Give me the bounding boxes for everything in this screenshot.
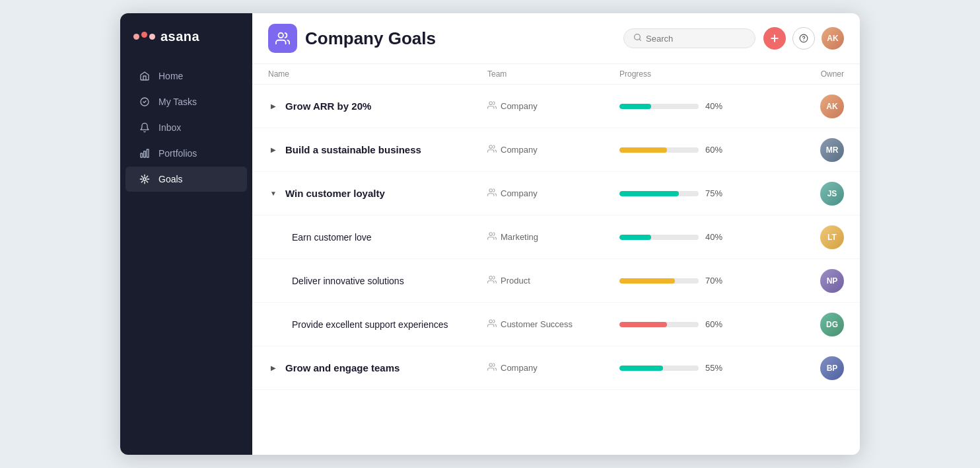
asana-dot-2	[141, 32, 147, 38]
expand-icon[interactable]: ▼	[268, 188, 279, 199]
team-name: Product	[501, 276, 530, 286]
owner-cell: MR	[765, 138, 844, 162]
sidebar-item-label-inbox: Inbox	[158, 122, 181, 133]
asana-dot-1	[133, 34, 139, 40]
svg-point-9	[489, 102, 493, 105]
goals-page-icon	[275, 31, 290, 46]
user-avatar[interactable]: AK	[822, 27, 844, 50]
logo: asana	[120, 29, 252, 63]
team-icon	[487, 319, 497, 330]
team-cell: Customer Success	[487, 319, 619, 330]
team-icon	[487, 100, 497, 112]
main-content: Company Goals	[252, 13, 860, 455]
svg-point-13	[489, 276, 493, 280]
progress-cell: 60%	[619, 319, 765, 329]
help-button[interactable]	[792, 27, 815, 50]
progress-pct: 40%	[705, 232, 729, 242]
goal-name-cell: ▼ Win customer loyalty	[268, 188, 487, 199]
progress-pct: 60%	[705, 319, 729, 329]
expand-icon[interactable]: ▶	[268, 101, 279, 112]
svg-point-4	[143, 178, 146, 180]
portfolios-icon	[139, 147, 151, 159]
header-actions: AK	[763, 27, 844, 50]
svg-rect-1	[141, 153, 143, 157]
add-button[interactable]	[763, 27, 786, 50]
team-icon	[487, 144, 497, 155]
progress-bar-bg	[619, 322, 699, 327]
asana-icon	[133, 34, 155, 40]
page-header: Company Goals	[252, 13, 860, 64]
sidebar-item-goals[interactable]: Goals	[125, 167, 247, 192]
tasks-icon	[139, 96, 151, 108]
goal-name-cell: Provide excellent support experiences	[292, 319, 487, 330]
goal-name: Grow and engage teams	[285, 362, 400, 373]
progress-pct: 60%	[705, 145, 729, 155]
sidebar-nav: Home My Tasks Inbox	[120, 63, 252, 192]
owner-cell: DG	[765, 313, 844, 336]
sidebar-item-inbox[interactable]: Inbox	[125, 115, 247, 140]
sidebar-item-my-tasks[interactable]: My Tasks	[125, 89, 247, 114]
progress-bar-fill	[619, 235, 651, 240]
progress-bar-bg	[619, 366, 699, 371]
progress-bar-fill	[619, 104, 651, 109]
goal-name: Deliver innovative solutions	[292, 276, 404, 286]
progress-pct: 40%	[705, 101, 729, 111]
progress-pct: 55%	[705, 363, 729, 373]
table-row: Earn customer love Marketing 40% LT	[252, 215, 860, 259]
goals-list: ▶ Grow ARR by 20% Company 40% AK	[252, 85, 860, 455]
progress-cell: 55%	[619, 363, 765, 373]
search-input[interactable]	[646, 34, 746, 44]
progress-bar-fill	[619, 191, 679, 196]
col-progress: Progress	[619, 69, 765, 79]
progress-bar-bg	[619, 235, 699, 240]
expand-icon[interactable]: ▶	[268, 363, 279, 373]
table-row: ▶ Grow and engage teams Company 55%	[252, 346, 860, 390]
team-name: Marketing	[501, 232, 538, 242]
owner-cell: JS	[765, 182, 844, 206]
goal-name-cell: Earn customer love	[292, 232, 487, 243]
team-name: Company	[501, 363, 538, 373]
goal-name-cell: Deliver innovative solutions	[292, 276, 487, 286]
goal-name: Earn customer love	[292, 232, 372, 243]
owner-cell: BP	[765, 356, 844, 380]
progress-bar-fill	[619, 147, 667, 153]
team-name: Company	[501, 188, 538, 198]
team-icon	[487, 275, 497, 286]
team-name: Company	[501, 145, 538, 155]
expand-icon[interactable]: ▶	[268, 145, 279, 155]
team-icon	[487, 188, 497, 199]
goal-name: Provide excellent support experiences	[292, 319, 448, 330]
avatar: JS	[820, 182, 844, 206]
svg-point-15	[489, 364, 493, 367]
avatar: DG	[820, 313, 844, 336]
home-icon	[139, 70, 151, 82]
sidebar-item-home[interactable]: Home	[125, 63, 247, 89]
svg-point-12	[489, 233, 493, 236]
table-row: ▶ Grow ARR by 20% Company 40% AK	[252, 85, 860, 128]
team-name: Company	[501, 101, 538, 111]
table-header: Name Team Progress Owner	[252, 64, 860, 85]
sidebar-item-label-portfolios: Portfolios	[158, 148, 197, 159]
team-cell: Product	[487, 275, 619, 286]
owner-cell: AK	[765, 95, 844, 118]
progress-cell: 75%	[619, 188, 765, 198]
progress-bar-fill	[619, 278, 675, 284]
search-bar[interactable]	[623, 28, 755, 48]
progress-cell: 40%	[619, 101, 765, 111]
team-name: Customer Success	[501, 319, 573, 329]
inbox-icon	[139, 122, 151, 134]
goal-name-cell: ▶ Build a sustainable business	[268, 144, 487, 155]
goal-name: Win customer loyalty	[285, 188, 385, 199]
progress-pct: 70%	[705, 276, 729, 286]
app-wrapper: asana Home My Tasks	[120, 13, 860, 455]
col-team: Team	[487, 69, 619, 79]
sidebar-item-portfolios[interactable]: Portfolios	[125, 141, 247, 166]
sidebar-item-label-goals: Goals	[158, 174, 183, 184]
progress-bar-bg	[619, 147, 699, 153]
svg-point-5	[279, 33, 283, 38]
progress-bar-fill	[619, 366, 663, 371]
team-cell: Company	[487, 100, 619, 112]
logo-text: asana	[160, 29, 199, 44]
svg-rect-2	[144, 151, 146, 157]
progress-cell: 70%	[619, 276, 765, 286]
